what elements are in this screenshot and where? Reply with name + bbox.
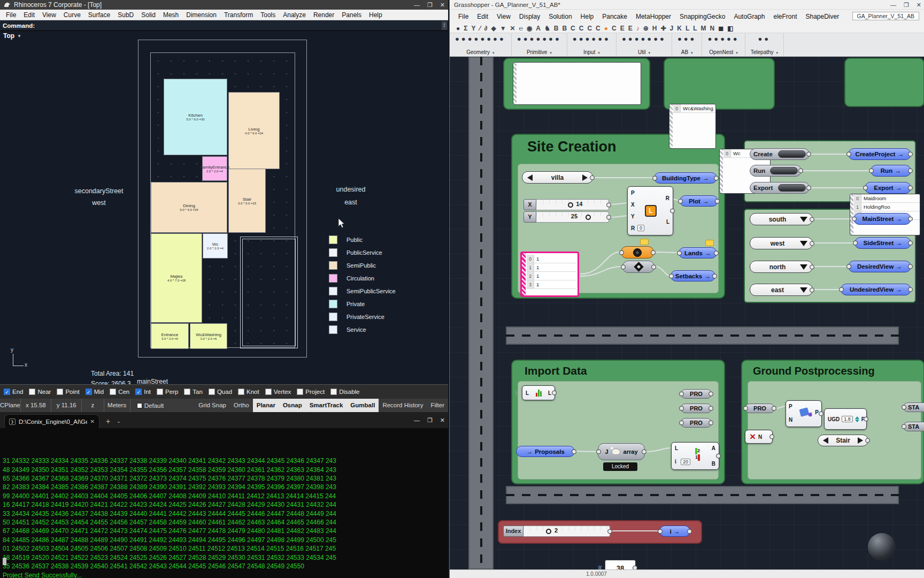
toolbar-tab[interactable]: ●●●●●● Input: [567, 33, 617, 56]
palette-icon[interactable]: ●: [604, 25, 608, 32]
rhino-menu-item[interactable]: Dimension: [182, 11, 220, 19]
palette-icon[interactable]: Y: [471, 25, 475, 32]
palette-icon[interactable]: N: [710, 25, 715, 32]
rhino-menu-item[interactable]: File: [2, 11, 20, 19]
toggle-pill[interactable]: [778, 184, 806, 192]
relay-desired-view[interactable]: DesiredView→: [848, 261, 911, 272]
relay-proposals-in[interactable]: →Proposals: [516, 446, 575, 457]
component-wheel[interactable]: [621, 246, 654, 258]
terminal-output[interactable]: 31 24332 24333 24334 24335 24336 24337 2…: [0, 428, 448, 578]
toolbar-icons[interactable]: ●●●●●●●●: [455, 35, 506, 43]
list-index-value[interactable]: 20: [681, 459, 690, 465]
rhino-menu-item[interactable]: View: [38, 11, 60, 19]
rhino-menu-item[interactable]: Panels: [338, 11, 365, 19]
rect-r-value[interactable]: 0: [637, 225, 644, 231]
palette-icon[interactable]: C: [596, 25, 600, 32]
osnap-item[interactable]: Quad: [209, 389, 232, 395]
relay-pro[interactable]: PRO: [681, 404, 712, 413]
prev-icon[interactable]: [823, 437, 828, 444]
slider-index-track[interactable]: 2: [523, 526, 610, 537]
checkbox-icon[interactable]: [86, 389, 92, 395]
checkbox-icon[interactable]: [238, 389, 244, 395]
palette-icon[interactable]: B: [554, 25, 559, 32]
dropdown-east[interactable]: east: [750, 284, 813, 296]
rhino-menu-item[interactable]: SubD: [114, 11, 137, 19]
component-list-item[interactable]: L i 20 21 A B: [671, 442, 719, 470]
slider-y[interactable]: Y 25: [523, 211, 609, 223]
palette-icon[interactable]: B: [562, 25, 567, 32]
slider-x[interactable]: X 14: [523, 199, 609, 210]
note-tag-icon[interactable]: [640, 239, 649, 245]
slider-index-knob[interactable]: [546, 529, 551, 534]
value-list-value[interactable]: villa: [551, 174, 564, 181]
palette-icon[interactable]: C: [587, 25, 592, 32]
component-cross[interactable]: × N: [745, 430, 773, 444]
relay-undesired-view[interactable]: UndesiredView→: [841, 284, 911, 295]
rhino-viewport[interactable]: Top ▼ Kitchen 5.0 * 6.0 =30 Living 4.0 *…: [0, 31, 448, 384]
palette-icon[interactable]: ✚: [660, 25, 666, 32]
checkbox-icon[interactable]: [29, 389, 35, 395]
toolbar-tab[interactable]: ●● Telepathy: [745, 33, 784, 56]
plan-room[interactable]: Majles 4.0 * 7.0 =28: [151, 233, 202, 323]
palette-icon[interactable]: ◼: [718, 25, 723, 32]
relay-export[interactable]: Export→: [865, 182, 911, 194]
value-list-building-type[interactable]: villa: [522, 171, 593, 184]
osnap-item[interactable]: Project: [297, 389, 325, 395]
toolbar-tab[interactable]: ●●●●●●●● Geometry: [450, 33, 512, 56]
next-icon[interactable]: [582, 174, 588, 181]
relay-create-project[interactable]: CreateProject→: [848, 148, 911, 160]
toggle-pill[interactable]: [770, 167, 798, 174]
checkbox-icon[interactable]: [209, 389, 215, 395]
checkbox-icon[interactable]: [135, 389, 142, 395]
palette-icon[interactable]: L: [686, 25, 689, 32]
grasshopper-canvas[interactable]: 0Wc&Washing 0Wc 0Maidroom1HoldingRoo2Gus…: [450, 57, 924, 569]
palette-icon[interactable]: K: [677, 25, 682, 32]
toolbar-tab-label[interactable]: OpenNest: [709, 49, 738, 56]
toolbar-tab-label[interactable]: Primitive: [527, 49, 552, 56]
note-tag-icon[interactable]: [705, 240, 714, 246]
osnap-item[interactable]: Perp: [157, 389, 178, 395]
dropdown-west[interactable]: west: [750, 237, 813, 249]
palette-icon[interactable]: J: [670, 25, 674, 32]
rhino-menu-item[interactable]: Surface: [84, 11, 114, 19]
status-toggle[interactable]: Ortho: [230, 399, 253, 412]
relay-lands[interactable]: Lands→: [679, 247, 717, 258]
tab-dropdown-icon[interactable]: ⌄: [117, 419, 121, 424]
osnap-item[interactable]: Int: [135, 389, 151, 395]
ugd-value[interactable]: 1.8: [842, 416, 853, 422]
terminal-minimize-icon[interactable]: —: [414, 417, 420, 423]
status-layer[interactable]: Default: [130, 402, 170, 409]
plan-room[interactable]: Dining 6.0 * 4.0 =24: [151, 182, 227, 233]
slider-y-knob[interactable]: [586, 215, 591, 220]
checkbox-icon[interactable]: [110, 389, 116, 395]
gh-menu-item[interactable]: View: [492, 13, 515, 20]
palette-icon[interactable]: ◧: [727, 25, 733, 32]
slider-x-track[interactable]: 14: [536, 199, 609, 210]
palette-icon[interactable]: E: [628, 25, 633, 32]
palette-icon[interactable]: ◉: [527, 25, 532, 32]
osnap-item[interactable]: Mid: [86, 389, 104, 395]
toolbar-tab[interactable]: ●●● AB: [672, 33, 703, 56]
relay-main-street[interactable]: MainStreet→: [853, 213, 911, 225]
rhino-menu-item[interactable]: Solid: [137, 11, 159, 19]
osnap-item[interactable]: Vertex: [265, 389, 291, 395]
palette-icon[interactable]: ℮: [519, 25, 523, 32]
toolbar-tab-label[interactable]: Util: [638, 49, 650, 56]
palette-icon[interactable]: A: [536, 25, 541, 32]
gh-menu-item[interactable]: Solution: [544, 13, 576, 20]
toolbar-icons[interactable]: ●●●●●●●: [622, 35, 666, 43]
component-chart[interactable]: L L: [522, 385, 555, 400]
plan-room[interactable]: Wc&Washing 3.0 * 2.0 =6: [190, 323, 227, 349]
rhino-menu-item[interactable]: Analyze: [279, 11, 310, 19]
osnap-item[interactable]: Cen: [110, 389, 129, 395]
osnap-item[interactable]: Disable: [330, 389, 359, 395]
rhino-menu-item[interactable]: Curve: [60, 11, 84, 19]
toggle-create[interactable]: Create: [750, 148, 810, 160]
stair-value[interactable]: Stair: [836, 437, 850, 444]
checkbox-icon[interactable]: [330, 389, 337, 395]
terminal-maximize-icon[interactable]: ❐: [427, 417, 433, 424]
palette-icon[interactable]: ♪: [636, 25, 640, 32]
palette-icon[interactable]: L: [693, 25, 697, 32]
status-toggle[interactable]: SmartTrack: [306, 399, 347, 412]
palette-icon[interactable]: ✕: [510, 25, 515, 32]
